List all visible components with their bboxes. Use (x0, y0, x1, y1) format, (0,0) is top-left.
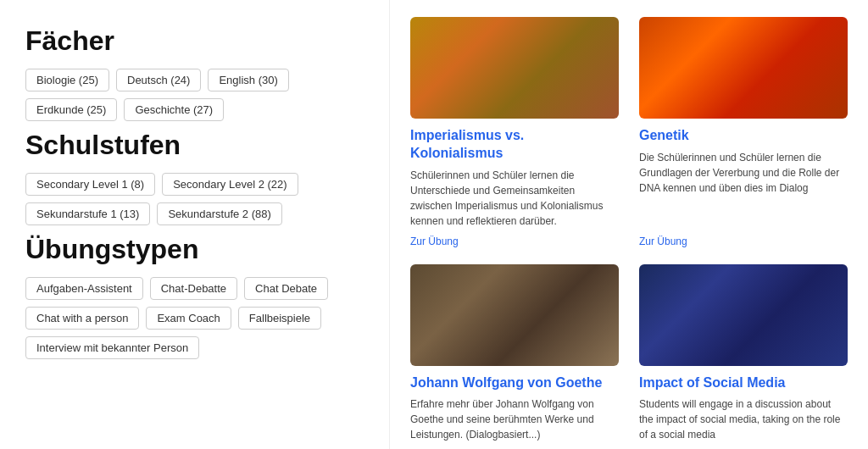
card-image-goethe (410, 264, 619, 366)
faecher-tags: Biologie (25)Deutsch (24)English (30)Erd… (25, 69, 364, 121)
sidebar: Fächer Biologie (25)Deutsch (24)English … (0, 0, 390, 449)
tag-uebungstyp[interactable]: Fallbeispiele (238, 307, 321, 330)
tag-faecher[interactable]: Deutsch (24) (116, 69, 201, 91)
card-image-social (639, 264, 848, 366)
tag-schulstufe[interactable]: Secondary Level 2 (22) (162, 173, 298, 196)
card-link-genetik[interactable]: Zur Übung (639, 236, 848, 247)
tag-faecher[interactable]: English (30) (208, 69, 288, 91)
tag-uebungstyp[interactable]: Chat-Debatte (150, 277, 237, 300)
card-image-genetik (639, 17, 848, 119)
card-imperialismus: Imperialismus vs. KolonialismusSchülerin… (410, 17, 619, 247)
card-title-genetik: Genetik (639, 127, 848, 145)
uebungstypen-title: Übungstypen (25, 234, 364, 265)
card-social: Impact of Social MediaStudents will enga… (639, 264, 848, 443)
tag-uebungstyp[interactable]: Chat Debate (244, 277, 328, 300)
tag-schulstufe[interactable]: Secondary Level 1 (8) (25, 173, 155, 196)
schulstufen-title: Schulstufen (25, 130, 364, 161)
tag-uebungstyp[interactable]: Interview mit bekannter Person (25, 336, 199, 359)
tag-faecher[interactable]: Biologie (25) (25, 69, 109, 91)
tag-schulstufe[interactable]: Sekundarstufe 2 (88) (157, 202, 281, 225)
card-desc-genetik: Die Schülerinnen und Schüler lernen die … (639, 150, 848, 229)
uebungstypen-tags: Aufgaben-AssistentChat-DebatteChat Debat… (25, 277, 364, 359)
content-area: Imperialismus vs. KolonialismusSchülerin… (390, 0, 868, 449)
card-link-imperialismus[interactable]: Zur Übung (410, 236, 619, 247)
card-image-imperialismus (410, 17, 619, 119)
tag-faecher[interactable]: Geschichte (27) (124, 98, 224, 121)
card-goethe: Johann Wolfgang von GoetheErfahre mehr ü… (410, 264, 619, 443)
tag-uebungstyp[interactable]: Chat with a person (25, 307, 139, 330)
card-title-goethe: Johann Wolfgang von Goethe (410, 374, 619, 392)
card-desc-imperialismus: Schülerinnen und Schüler lernen die Unte… (410, 168, 619, 229)
tag-schulstufe[interactable]: Sekundarstufe 1 (13) (25, 202, 150, 225)
tag-uebungstyp[interactable]: Aufgaben-Assistent (25, 277, 143, 300)
card-title-social: Impact of Social Media (639, 374, 848, 392)
card-desc-social: Students will engage in a discussion abo… (639, 396, 848, 442)
tag-uebungstyp[interactable]: Exam Coach (146, 307, 231, 330)
card-desc-goethe: Erfahre mehr über Johann Wolfgang von Go… (410, 396, 619, 442)
card-title-imperialismus: Imperialismus vs. Kolonialismus (410, 127, 619, 163)
card-genetik: GenetikDie Schülerinnen und Schüler lern… (639, 17, 848, 247)
schulstufen-tags: Secondary Level 1 (8)Secondary Level 2 (… (25, 173, 364, 225)
tag-faecher[interactable]: Erdkunde (25) (25, 98, 117, 121)
faecher-title: Fächer (25, 25, 364, 57)
